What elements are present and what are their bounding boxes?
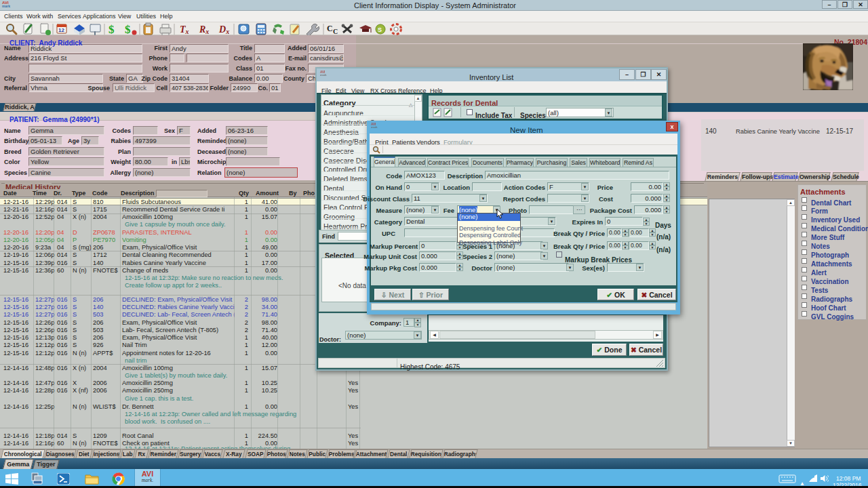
svg-text:Tx: Tx [180,24,189,35]
svg-text:$: $ [108,23,115,36]
svg-text:Dx: Dx [218,24,229,35]
svg-text:C: C [333,28,338,35]
svg-text:Rx: Rx [199,24,209,35]
svg-text:S: S [378,26,382,33]
svg-text:C: C [327,24,333,33]
svg-text:12: 12 [58,27,64,33]
svg-text:$: $ [125,23,131,36]
